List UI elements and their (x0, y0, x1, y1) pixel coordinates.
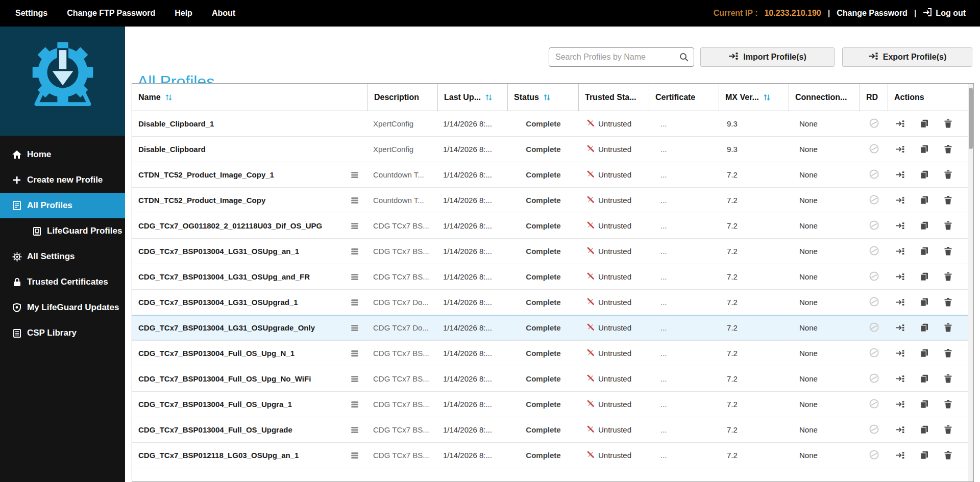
topbar-item-change-ftp-password[interactable]: Change FTP Password (67, 9, 155, 18)
deploy-profile-icon[interactable] (895, 120, 904, 128)
delete-profile-icon[interactable] (944, 374, 952, 383)
deploy-profile-icon[interactable] (895, 324, 904, 332)
delete-profile-icon[interactable] (944, 247, 952, 256)
profile-row-disable-clipboard[interactable]: Disable_ClipboardXpertConfig1/14/2026 8:… (132, 137, 973, 162)
delete-profile-icon[interactable] (944, 425, 952, 434)
profile-row-ctdn-tc52-product-image-copy-1[interactable]: CTDN_TC52_Product_Image_Copy_1Countdown … (132, 162, 973, 188)
topbar-item-settings[interactable]: Settings (15, 9, 47, 18)
logout-button[interactable]: Log out (923, 8, 966, 18)
sidebar-item-trusted-certificates[interactable]: Trusted Certificates (0, 269, 125, 295)
delete-profile-icon[interactable] (944, 221, 952, 230)
copy-profile-icon[interactable] (920, 323, 928, 332)
sort-icon[interactable] (485, 94, 492, 101)
table-scrollbar[interactable] (968, 84, 973, 481)
profile-row-cdg-tcx7-bsp013004-lg31-osupgrad-1[interactable]: CDG_TCx7_BSP013004_LG31_OSUpgrad_1CDG TC… (132, 290, 973, 315)
delete-profile-icon[interactable] (944, 170, 952, 179)
profile-row-cdg-tcx7-bsp013004-full-os-upg-n-1[interactable]: CDG_TCx7_BSP013004_Full_OS_Upg_N_1CDG TC… (132, 341, 973, 366)
profile-row-cdg-tcx7-bsp013004-full-os-upgra-1[interactable]: CDG_TCx7_BSP013004_Full_OS_Upgra_1CDG TC… (132, 392, 973, 417)
profile-certificate: ... (649, 315, 719, 340)
copy-profile-icon[interactable] (920, 170, 928, 179)
copy-profile-icon[interactable] (920, 119, 928, 128)
profile-row-ctdn-tc52-product-image-copy[interactable]: CTDN_TC52_Product_Image_CopyCountdown T.… (132, 188, 973, 213)
profile-mx-version: 7.2 (719, 392, 789, 417)
deploy-profile-icon[interactable] (895, 273, 904, 281)
deploy-profile-icon[interactable] (895, 222, 904, 230)
sidebar-item-my-lifeguard-updates[interactable]: My LifeGuard Updates (0, 295, 125, 320)
sort-icon[interactable] (544, 94, 550, 101)
deploy-profile-icon[interactable] (895, 426, 904, 434)
copy-profile-icon[interactable] (920, 425, 928, 434)
delete-profile-icon[interactable] (944, 298, 952, 307)
delete-profile-icon[interactable] (944, 323, 952, 332)
copy-profile-icon[interactable] (920, 247, 928, 256)
delete-profile-icon[interactable] (944, 272, 952, 281)
copy-profile-icon[interactable] (920, 349, 928, 358)
sidebar-item-create-new-profile[interactable]: Create new Profile (0, 167, 125, 193)
column-header-status[interactable]: Status (508, 84, 579, 111)
profile-trusted-status: Untrusted (579, 137, 649, 162)
copy-profile-icon[interactable] (920, 298, 928, 307)
home-icon (11, 150, 22, 159)
lifeguard-icon (31, 227, 42, 236)
profile-row-cdg-tcx7-bsp013004-full-os-upgrade[interactable]: CDG_TCx7_BSP013004_Full_OS_UpgradeCDG TC… (132, 417, 973, 443)
profile-row-cdg-tcx7-bsp013004-full-os-upg-no-wifi[interactable]: CDG_TCx7_BSP013004_Full_OS_Upg_No_WiFiCD… (132, 366, 973, 392)
sidebar-item-all-settings[interactable]: All Settings (0, 244, 125, 269)
sidebar-item-lifeguard-profiles[interactable]: LifeGuard Profiles (0, 218, 125, 244)
copy-profile-icon[interactable] (920, 145, 928, 154)
export-profiles-button[interactable]: Export Profile(s) (842, 47, 972, 67)
deploy-profile-icon[interactable] (895, 145, 904, 153)
profile-mx-version: 7.2 (719, 366, 789, 391)
topbar-item-about[interactable]: About (212, 9, 235, 18)
copy-profile-icon[interactable] (920, 451, 928, 460)
profile-row-cdg-tcx7-bsp013004-lg31-osupg-and-fr[interactable]: CDG_TCx7_BSP013004_LG31_OSUpg_and_FRCDG … (132, 264, 973, 290)
sidebar-item-all-profiles[interactable]: All Profiles (0, 193, 125, 218)
delete-profile-icon[interactable] (944, 349, 952, 358)
sidebar: HomeCreate new ProfileAll ProfilesLifeGu… (0, 27, 125, 482)
delete-profile-icon[interactable] (944, 145, 952, 154)
separator: | (914, 9, 916, 18)
library-icon (11, 329, 22, 338)
rd-disabled-icon (869, 220, 879, 232)
deploy-profile-icon[interactable] (895, 196, 904, 204)
deploy-profile-icon[interactable] (895, 298, 904, 306)
column-header-mx-ver[interactable]: MX Ver... (719, 84, 789, 111)
profile-row-cdg-tcx7-og011802-2-012118u03-dif-os-upg[interactable]: CDG_TCx7_OG011802_2_012118U03_Dif_OS_UPG… (132, 213, 973, 239)
delete-profile-icon[interactable] (944, 400, 952, 409)
delete-profile-icon[interactable] (944, 119, 952, 128)
profile-row-cdg-tcx7-bsp013004-lg31-osupg-an-1[interactable]: CDG_TCx7_BSP013004_LG31_OSUpg_an_1CDG TC… (132, 239, 973, 264)
sidebar-item-csp-library[interactable]: CSP Library (0, 320, 125, 346)
deploy-profile-icon[interactable] (895, 400, 904, 408)
copy-profile-icon[interactable] (920, 272, 928, 281)
deploy-profile-icon[interactable] (895, 349, 904, 357)
topbar-item-help[interactable]: Help (175, 9, 192, 18)
copy-profile-icon[interactable] (920, 196, 928, 205)
profile-certificate: ... (649, 290, 719, 315)
column-label: Description (374, 93, 419, 102)
sort-icon[interactable] (165, 94, 172, 101)
deploy-profile-icon[interactable] (895, 247, 904, 255)
change-password-link[interactable]: Change Password (837, 9, 908, 18)
profile-row-cdg-tcx7-bsp012118-lg03-osupg-an-1[interactable]: CDG_TCx7_BSP012118_LG03_OSUpg_an_1CDG TC… (132, 443, 973, 468)
deploy-profile-icon[interactable] (895, 375, 904, 383)
main-content: All Profiles Import Profile(s) Export Pr… (125, 27, 980, 482)
scrollbar-thumb[interactable] (969, 88, 973, 149)
search-profiles-input[interactable] (549, 48, 679, 66)
copy-profile-icon[interactable] (920, 221, 928, 230)
column-header-last-up[interactable]: Last Up... (438, 84, 508, 111)
sidebar-item-home[interactable]: Home (0, 142, 125, 167)
sort-icon[interactable] (764, 94, 770, 101)
profile-status: Complete (508, 443, 579, 468)
copy-profile-icon[interactable] (920, 374, 928, 383)
profile-row-cdg-tcx7-bsp013004-lg31-osupgrade-only[interactable]: CDG_TCx7_BSP013004_LG31_OSUpgrade_OnlyCD… (132, 315, 973, 341)
copy-profile-icon[interactable] (920, 400, 928, 409)
deploy-profile-icon[interactable] (895, 171, 904, 179)
profile-row-disable-clipboard-1[interactable]: Disable_Clipboard_1XpertConfig1/14/2026 … (132, 111, 973, 137)
column-header-name[interactable]: Name (132, 84, 368, 111)
profile-mx-version: 7.2 (719, 239, 789, 264)
import-profiles-button[interactable]: Import Profile(s) (700, 47, 835, 67)
column-label: MX Ver... (725, 93, 759, 102)
delete-profile-icon[interactable] (944, 451, 952, 460)
rd-disabled-icon (869, 297, 879, 308)
delete-profile-icon[interactable] (944, 196, 952, 205)
deploy-profile-icon[interactable] (895, 451, 904, 459)
